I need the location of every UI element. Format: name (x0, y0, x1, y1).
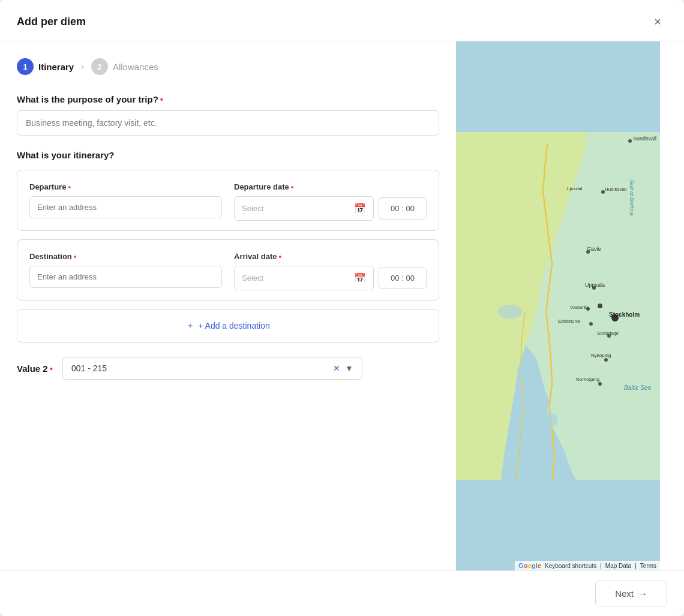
add-destination-button[interactable]: ＋ + Add a destination (17, 309, 439, 342)
svg-text:Sundsvall: Sundsvall (633, 136, 656, 142)
destination-card: Destination• Arrival date• Select 📅 (17, 239, 439, 301)
google-logo: Google (518, 562, 541, 569)
departure-address-input[interactable] (29, 196, 222, 218)
purpose-input[interactable] (17, 110, 439, 136)
value2-label: Value 2• (17, 363, 53, 374)
svg-text:Hudiksvall: Hudiksvall (605, 187, 627, 192)
destination-label: Destination• (29, 252, 222, 261)
next-arrow-icon: → (638, 588, 647, 599)
map-terms[interactable]: Terms (640, 563, 656, 569)
required-indicator: • (160, 94, 163, 104)
svg-text:Stockholm: Stockholm (609, 311, 640, 318)
svg-text:Västerås: Västerås (570, 305, 589, 310)
add-per-diem-modal: Add per diem × 1 Itinerary › 2 Allowance… (0, 0, 684, 616)
map-attribution: Google Keyboard shortcuts | Map Data | T… (515, 561, 660, 570)
svg-point-10 (598, 304, 602, 308)
destination-col: Destination• (29, 252, 222, 290)
svg-text:Eskilstuna: Eskilstuna (558, 318, 580, 324)
calendar-icon-arrival: 📅 (354, 272, 366, 284)
arrival-date-select[interactable]: Select 📅 (234, 266, 374, 290)
stepper: 1 Itinerary › 2 Allowances (17, 58, 439, 75)
svg-text:Ljusdal: Ljusdal (567, 186, 583, 191)
modal-title: Add per diem (17, 16, 86, 28)
add-destination-icon: ＋ (186, 320, 194, 331)
step-2-label: Allowances (113, 62, 158, 72)
svg-text:Gävle: Gävle (587, 246, 601, 252)
svg-point-14 (598, 382, 602, 386)
modal-body: 1 Itinerary › 2 Allowances What is the p… (0, 41, 684, 570)
step-1-label: Itinerary (38, 62, 74, 72)
itinerary-label: What is your itinerary? (17, 150, 439, 160)
departure-label: Departure• (29, 182, 222, 191)
departure-date-select[interactable]: Select 📅 (234, 196, 374, 221)
step-2: 2 Allowances (91, 58, 158, 75)
value2-controls: ✕ ▼ (333, 363, 353, 373)
map-keyboard-shortcuts[interactable]: Keyboard shortcuts (545, 563, 596, 569)
map-svg: Sundsvall Hudiksvall Ljusdal Gävle Uppsa… (456, 41, 660, 570)
departure-date-label: Departure date• (234, 182, 427, 191)
value2-dropdown-icon: ▼ (345, 363, 353, 373)
purpose-label: What is the purpose of your trip?• (17, 94, 439, 104)
left-panel: 1 Itinerary › 2 Allowances What is the p… (0, 41, 456, 570)
step-1-circle: 1 (17, 58, 34, 75)
departure-date-col: Departure date• Select 📅 00 : 00 (234, 182, 427, 221)
value2-row: Value 2• 001 - 215 ✕ ▼ (17, 357, 439, 380)
svg-point-1 (528, 411, 558, 429)
value2-clear-button[interactable]: ✕ (333, 363, 340, 373)
svg-point-4 (628, 139, 632, 143)
svg-point-2 (517, 366, 539, 378)
arrival-date-label: Arrival date• (234, 252, 427, 261)
svg-text:Nyköping: Nyköping (591, 353, 611, 358)
svg-text:Norrköping: Norrköping (576, 377, 599, 382)
svg-text:Baltic Sea: Baltic Sea (624, 384, 651, 391)
step-1: 1 Itinerary (17, 58, 74, 75)
departure-col: Departure• (29, 182, 222, 221)
map-panel: Sundsvall Hudiksvall Ljusdal Gävle Uppsa… (456, 41, 660, 570)
calendar-icon: 📅 (354, 203, 366, 214)
arrival-date-col: Arrival date• Select 📅 00 : 00 (234, 252, 427, 290)
svg-point-3 (498, 305, 522, 319)
next-button[interactable]: Next → (595, 581, 667, 606)
value2-select[interactable]: 001 - 215 ✕ ▼ (62, 357, 362, 380)
departure-card: Departure• Departure date• Select 📅 (17, 170, 439, 231)
svg-text:Uppsala: Uppsala (585, 282, 605, 288)
destination-row: Destination• Arrival date• Select 📅 (29, 252, 427, 290)
map-container: Sundsvall Hudiksvall Ljusdal Gävle Uppsa… (456, 41, 660, 570)
svg-text:Gulf of Bothnia: Gulf of Bothnia (629, 180, 635, 216)
destination-address-input[interactable] (29, 266, 222, 288)
svg-point-9 (589, 322, 593, 326)
map-data: Map Data (605, 563, 631, 569)
arrival-date-row: Select 📅 00 : 00 (234, 266, 427, 290)
close-button[interactable]: × (648, 12, 667, 31)
arrival-time-input[interactable]: 00 : 00 (379, 267, 427, 289)
departure-date-row: Select 📅 00 : 00 (234, 196, 427, 221)
step-2-circle: 2 (91, 58, 108, 75)
svg-point-13 (604, 358, 608, 362)
modal-header: Add per diem × (0, 0, 684, 41)
departure-row: Departure• Departure date• Select 📅 (29, 182, 427, 221)
departure-time-input[interactable]: 00 : 00 (379, 197, 427, 220)
svg-text:Södertälje: Södertälje (597, 330, 619, 336)
step-arrow: › (81, 62, 84, 71)
modal-footer: Next → (0, 570, 684, 616)
